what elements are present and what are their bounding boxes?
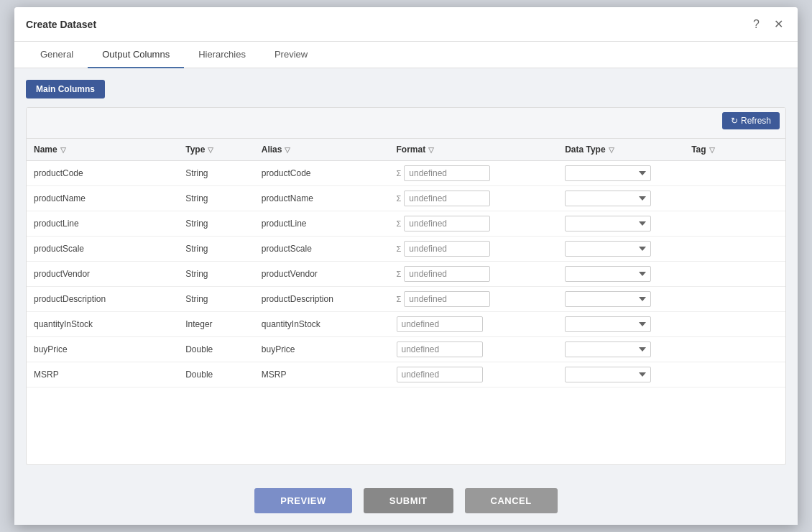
cell-type: String: [178, 211, 254, 237]
table-header-row: Name ▽ Type ▽ Alias: [27, 139, 785, 161]
cell-tag: [684, 211, 785, 237]
datatype-select[interactable]: [565, 291, 651, 307]
cell-tag: [684, 337, 785, 362]
columns-table: Name ▽ Type ▽ Alias: [27, 139, 785, 387]
cell-format[interactable]: Σ: [389, 211, 558, 237]
cell-datatype[interactable]: [558, 161, 684, 186]
cell-datatype[interactable]: [558, 211, 684, 237]
table-row: productCodeStringproductCodeΣ: [27, 161, 785, 186]
format-input[interactable]: [397, 341, 483, 357]
dialog-header: Create Dataset ? ✕: [14, 7, 798, 42]
cell-format[interactable]: [389, 362, 558, 387]
create-dataset-dialog: Create Dataset ? ✕ General Output Column…: [14, 7, 798, 525]
format-input[interactable]: [404, 165, 490, 181]
cell-format[interactable]: Σ: [389, 237, 558, 262]
cell-datatype[interactable]: [558, 362, 684, 387]
dialog-title: Create Dataset: [26, 19, 96, 30]
table-row: productNameStringproductNameΣ: [27, 186, 785, 211]
cell-alias: buyPrice: [254, 337, 389, 362]
cell-type: String: [178, 186, 254, 211]
col-header-alias: Alias ▽: [254, 139, 389, 161]
refresh-button[interactable]: ↻ Refresh: [722, 112, 780, 129]
cell-format[interactable]: [389, 312, 558, 337]
tab-general[interactable]: General: [26, 42, 88, 68]
cell-name: productLine: [27, 211, 178, 237]
datatype-select[interactable]: [565, 216, 651, 231]
cancel-button[interactable]: CANCEL: [465, 488, 558, 513]
table-row: quantityInStockIntegerquantityInStock: [27, 312, 785, 337]
cell-tag: [684, 262, 785, 287]
cell-type: Double: [178, 337, 254, 362]
cell-type: Integer: [178, 312, 254, 337]
cell-datatype[interactable]: [558, 262, 684, 287]
cell-datatype[interactable]: [558, 287, 684, 312]
sigma-icon: Σ: [397, 295, 402, 303]
table-body: productCodeStringproductCodeΣproductName…: [27, 161, 785, 387]
datatype-select[interactable]: [565, 266, 651, 282]
format-input[interactable]: [397, 367, 483, 382]
cell-format[interactable]: [389, 337, 558, 362]
datatype-select[interactable]: [565, 341, 651, 357]
cell-format[interactable]: Σ: [389, 161, 558, 186]
cell-datatype[interactable]: [558, 186, 684, 211]
cell-name: productName: [27, 186, 178, 211]
cell-datatype[interactable]: [558, 237, 684, 262]
help-button[interactable]: ?: [750, 17, 762, 32]
cell-alias: productLine: [254, 211, 389, 237]
cell-tag: [684, 362, 785, 387]
cell-alias: productName: [254, 186, 389, 211]
datatype-select[interactable]: [565, 241, 651, 257]
type-filter-icon[interactable]: ▽: [208, 146, 213, 154]
refresh-icon: ↻: [731, 116, 738, 126]
format-input[interactable]: [397, 316, 483, 332]
tab-output-columns[interactable]: Output Columns: [88, 42, 184, 68]
cell-type: String: [178, 287, 254, 312]
cell-name: productVendor: [27, 262, 178, 287]
cell-alias: productVendor: [254, 262, 389, 287]
tabs-bar: General Output Columns Hierarchies Previ…: [14, 42, 798, 68]
cell-format[interactable]: Σ: [389, 262, 558, 287]
tab-preview[interactable]: Preview: [260, 42, 322, 68]
datatype-select[interactable]: [565, 191, 651, 206]
datatype-select[interactable]: [565, 165, 651, 181]
sigma-icon: Σ: [397, 244, 402, 253]
format-filter-icon[interactable]: ▽: [428, 146, 434, 154]
dialog-footer: PREVIEW SUBMIT CANCEL: [14, 477, 798, 525]
cell-type: Double: [178, 362, 254, 387]
main-columns-button[interactable]: Main Columns: [26, 80, 105, 98]
cell-type: String: [178, 237, 254, 262]
cell-name: MSRP: [27, 362, 178, 387]
datatype-select[interactable]: [565, 367, 651, 382]
format-input[interactable]: [404, 216, 490, 231]
preview-button[interactable]: PREVIEW: [254, 488, 351, 513]
name-filter-icon[interactable]: ▽: [60, 146, 66, 154]
tab-hierarchies[interactable]: Hierarchies: [184, 42, 260, 68]
cell-tag: [684, 287, 785, 312]
cell-format[interactable]: Σ: [389, 186, 558, 211]
table-row: productLineStringproductLineΣ: [27, 211, 785, 237]
alias-filter-icon[interactable]: ▽: [285, 146, 290, 154]
submit-button[interactable]: SUBMIT: [364, 488, 453, 513]
close-button[interactable]: ✕: [771, 16, 786, 32]
col-header-format: Format ▽: [389, 139, 558, 161]
sigma-icon: Σ: [397, 194, 402, 203]
tag-filter-icon[interactable]: ▽: [709, 146, 715, 154]
table-row: MSRPDoubleMSRP: [27, 362, 785, 387]
cell-type: String: [178, 161, 254, 186]
header-icons: ? ✕: [750, 16, 786, 32]
cell-format[interactable]: Σ: [389, 287, 558, 312]
format-input[interactable]: [404, 241, 490, 257]
col-header-type: Type ▽: [178, 139, 254, 161]
sigma-icon: Σ: [397, 270, 402, 278]
format-input[interactable]: [404, 266, 490, 282]
sigma-icon: Σ: [397, 169, 402, 178]
format-input[interactable]: [404, 291, 490, 307]
table-row: buyPriceDoublebuyPrice: [27, 337, 785, 362]
cell-datatype[interactable]: [558, 337, 684, 362]
datatype-filter-icon[interactable]: ▽: [609, 146, 614, 154]
datatype-select[interactable]: [565, 316, 651, 332]
format-input[interactable]: [404, 191, 490, 206]
col-header-name: Name ▽: [27, 139, 178, 161]
cell-datatype[interactable]: [558, 312, 684, 337]
cell-tag: [684, 161, 785, 186]
